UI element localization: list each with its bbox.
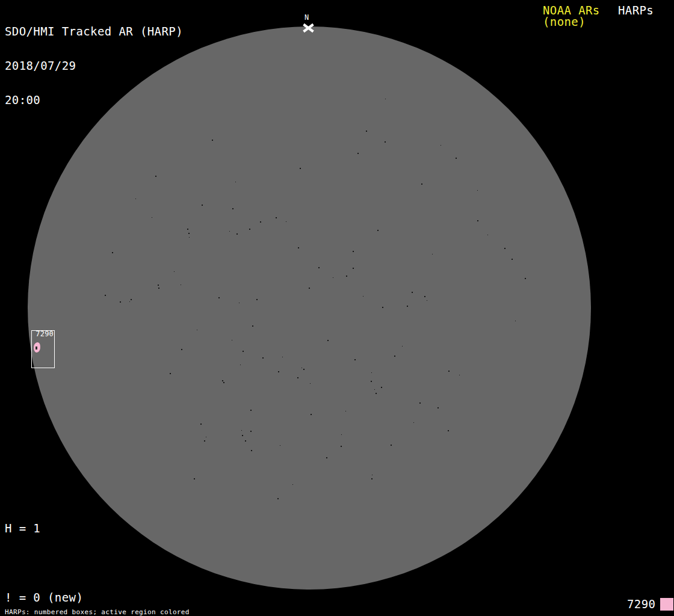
speckle-dot <box>448 430 449 431</box>
speckle-dot <box>354 359 356 360</box>
speckle-dot <box>515 321 516 321</box>
speckle-dot <box>487 235 488 235</box>
speckle-dot <box>204 440 205 442</box>
speckle-dot <box>278 371 279 372</box>
speckle-dot <box>477 190 478 191</box>
speckle-dot <box>297 377 298 378</box>
speckle-dot <box>218 297 220 298</box>
speckle-dot <box>276 217 277 218</box>
speckle-dot <box>372 475 373 475</box>
speckle-dot <box>363 296 363 297</box>
speckle-dot <box>194 478 195 479</box>
speckle-dot <box>206 437 206 437</box>
speckle-dot <box>280 445 280 446</box>
speckle-dot <box>239 303 240 303</box>
speckle-dot <box>158 288 159 289</box>
speckle-dot <box>376 393 377 394</box>
speckle-dot <box>189 237 190 238</box>
speckle-dot <box>260 221 261 223</box>
north-pole-label: N <box>305 14 309 21</box>
speckle-dot <box>318 267 320 268</box>
caption-block: HARPs: numbered boxes; active region col… <box>5 597 248 616</box>
harp-count-line: H = 1 <box>5 523 140 534</box>
speckle-dot <box>412 292 413 293</box>
speckle-dot <box>256 299 258 300</box>
speckle-dot <box>170 373 171 374</box>
speckle-dot <box>391 445 392 446</box>
caption-harps: HARPs: numbered boxes; active region col… <box>5 609 248 616</box>
title-block: SDO/HMI Tracked AR (HARP) 2018/07/29 20:… <box>5 3 183 129</box>
speckle-dot <box>477 220 478 221</box>
speckle-dot <box>298 247 299 248</box>
speckle-dot <box>187 229 188 230</box>
speckle-dot <box>341 446 342 447</box>
speckle-dot <box>112 252 113 253</box>
noaa-ars-value: (none) <box>543 16 586 28</box>
speckle-dot <box>427 300 427 301</box>
speckle-dot <box>381 387 382 388</box>
speckle-dot <box>504 248 506 249</box>
harp-id-label: 7290 <box>627 599 655 610</box>
north-cross-icon <box>302 23 315 33</box>
speckle-dot <box>212 140 213 141</box>
speckle-dot <box>303 369 305 370</box>
speckle-dot <box>223 382 224 383</box>
speckle-dot <box>286 221 286 222</box>
speckle-dot <box>345 411 346 411</box>
speckle-dot <box>448 371 450 372</box>
speckle-dot <box>441 145 441 146</box>
speckle-dot <box>232 340 232 340</box>
speckle-dot <box>311 414 312 415</box>
speckle-dot <box>197 330 197 330</box>
speckle-dot <box>341 434 342 435</box>
speckle-dot <box>188 233 190 234</box>
page-title: SDO/HMI Tracked AR (HARP) <box>5 26 183 37</box>
speckle-dot <box>174 271 175 272</box>
active-region-core <box>36 346 37 350</box>
speckle-dot <box>346 276 347 277</box>
speckle-dot <box>292 484 293 485</box>
speckle-dot <box>309 288 310 289</box>
speckle-dot <box>385 99 386 99</box>
speckle-dot <box>421 183 422 185</box>
speckle-dot <box>240 365 241 365</box>
speckle-dot <box>250 431 252 432</box>
speckle-dot <box>385 141 386 143</box>
speckle-dot <box>301 368 302 368</box>
speckle-dot <box>202 205 203 206</box>
speckle-dot <box>252 325 253 327</box>
speckle-dot <box>120 301 121 303</box>
speckle-dot <box>407 306 408 307</box>
speckle-dot <box>131 299 132 300</box>
speckle-dot <box>300 168 301 169</box>
speckle-dot <box>135 199 136 199</box>
speckle-dot <box>394 356 395 357</box>
speckle-dot <box>229 231 230 232</box>
speckle-dot <box>353 268 354 269</box>
speckle-dot <box>456 158 457 159</box>
harp-bounding-box: 7290 <box>31 330 55 368</box>
speckle-dot <box>357 153 359 154</box>
speckle-dot <box>424 296 425 297</box>
speckle-dot <box>242 435 243 436</box>
speckle-dot <box>235 182 236 182</box>
speckle-dot <box>326 457 327 458</box>
speckle-dot <box>245 440 246 442</box>
speckle-dot <box>459 375 460 375</box>
speckle-dot <box>437 407 439 408</box>
speckle-dot <box>366 131 367 132</box>
speckle-dot <box>402 346 403 346</box>
time-label: 20:00 <box>5 94 183 106</box>
speckle-dot <box>181 349 182 350</box>
speckle-dot <box>512 259 513 260</box>
speckle-dot <box>371 478 373 479</box>
speckle-dot <box>374 389 375 390</box>
speckle-dot <box>249 229 250 230</box>
speckle-dot <box>525 278 526 279</box>
speckle-dot <box>237 233 238 235</box>
speckle-dot <box>152 217 152 218</box>
harp-tracking-plot: SDO/HMI Tracked AR (HARP) 2018/07/29 20:… <box>0 0 674 616</box>
speckle-dot <box>371 381 372 382</box>
speckle-dot <box>353 251 354 252</box>
speckle-dot <box>327 340 329 341</box>
